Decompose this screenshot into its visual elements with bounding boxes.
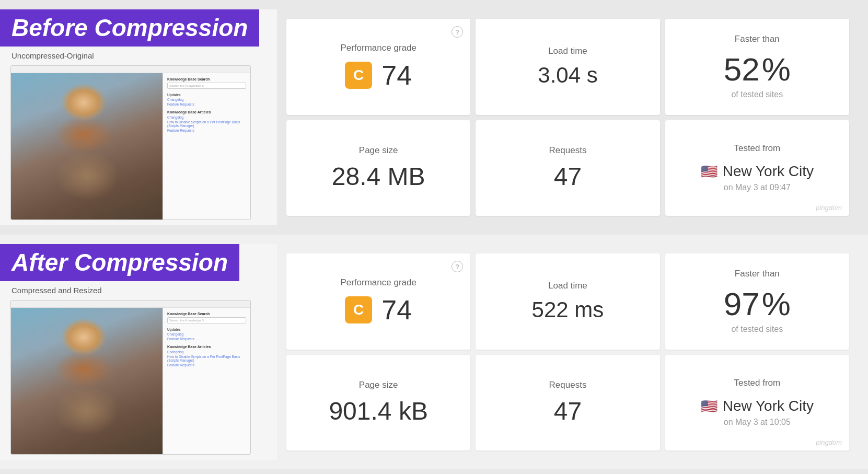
before-requests-label: Requests — [549, 145, 587, 156]
before-tested-from-card: Tested from 🇺🇸 New York City on May 3 at… — [665, 120, 849, 216]
before-tested-label: Tested from — [734, 143, 780, 154]
after-tested-from-card: Tested from 🇺🇸 New York City on May 3 at… — [665, 355, 849, 451]
after-label-text: After Compression — [11, 249, 228, 276]
before-main-image — [11, 73, 163, 219]
before-faster-than-card: Faster than 52 % of tested sites — [665, 19, 849, 115]
before-sidebar-updates-title: Updates — [167, 93, 246, 97]
before-section-content: Before Compression Uncompressed-Original… — [0, 0, 868, 235]
after-sidebar-search: Search the Knowledge B — [167, 317, 246, 323]
before-performance-help-icon[interactable]: ? — [452, 26, 463, 38]
before-page-size-label: Page size — [359, 145, 398, 156]
before-us-flag-icon: 🇺🇸 — [701, 164, 717, 180]
after-screenshot-panel: After Compression Compressed and Resized… — [0, 244, 277, 460]
before-grade-badge: C — [345, 62, 372, 89]
after-page-size-card: Page size 901.4 kB — [286, 355, 470, 451]
after-sidebar-feature: Feature Requests — [167, 337, 246, 341]
after-sub-label: Compressed and Resized — [10, 286, 267, 295]
after-requests-card: Requests 47 — [476, 355, 659, 451]
before-sub-label: Uncompressed-Original — [10, 51, 267, 60]
after-browser-body: Knowledge Base Search Search the Knowled… — [11, 308, 250, 454]
after-sidebar-kb-articles-title: Knowledge Base Articles — [167, 345, 246, 349]
before-sidebar-feature: Feature Requests — [167, 102, 246, 106]
after-load-time-value: 522 ms — [532, 297, 604, 322]
before-sidebar-changelog: Changelog — [167, 98, 246, 101]
after-performance-help-icon[interactable]: ? — [452, 261, 463, 272]
after-faster-sub: of tested sites — [731, 325, 783, 334]
after-browser-bar — [11, 300, 250, 308]
before-child-photo — [11, 73, 163, 219]
after-sidebar-kb-search-title: Knowledge Base Search — [167, 312, 246, 316]
before-faster-value: 52 — [724, 53, 760, 86]
before-kb-link-3: Feature Requests — [167, 129, 246, 132]
before-sidebar-search: Search the Knowledge B — [167, 83, 246, 89]
before-grade-container: C 74 — [345, 60, 412, 91]
before-faster-label: Faster than — [735, 34, 780, 44]
before-mock-sidebar: Knowledge Base Search Search the Knowled… — [163, 73, 250, 219]
after-main-image — [11, 308, 163, 454]
before-kb-link-2: How to Disable Scripts on a Per PostPage… — [167, 120, 246, 128]
after-kb-link-3: Feature Requests — [167, 363, 246, 367]
after-performance-label: Performance grade — [340, 278, 416, 288]
after-kb-link-1: Changelog — [167, 350, 246, 354]
before-metrics-grid: ? Performance grade C 74 Load time 3.04 … — [277, 9, 859, 225]
before-faster-sub: of tested sites — [731, 90, 783, 99]
before-grade-number: 74 — [381, 60, 412, 91]
before-pingdom-watermark: pingdom — [816, 204, 842, 212]
before-requests-card: Requests 47 — [476, 120, 659, 216]
after-load-time-label: Load time — [548, 281, 587, 291]
after-label: After Compression — [0, 244, 239, 281]
after-sidebar-changelog: Changelog — [167, 332, 246, 336]
after-child-photo — [11, 308, 163, 454]
before-tested-city: 🇺🇸 New York City — [701, 163, 814, 180]
before-label: Before Compression — [0, 9, 259, 47]
before-mock-browser: Knowledge Base Search Search the Knowled… — [10, 65, 251, 220]
after-metrics-grid: ? Performance grade C 74 Load time 522 m… — [277, 244, 859, 460]
after-section-content: After Compression Compressed and Resized… — [0, 235, 868, 469]
before-faster-percent: % — [762, 51, 791, 88]
before-load-time-value: 3.04 s — [538, 63, 597, 88]
after-pingdom-watermark: pingdom — [816, 438, 842, 446]
before-browser-bar — [11, 66, 250, 73]
after-kb-link-2: How to Disable Scripts on a Per PostPage… — [167, 355, 246, 362]
after-requests-value: 47 — [554, 397, 582, 425]
after-mock-sidebar: Knowledge Base Search Search the Knowled… — [163, 308, 250, 454]
after-faster-percent: % — [762, 285, 791, 322]
before-load-time-card: Load time 3.04 s — [476, 19, 659, 115]
after-faster-value: 97 — [724, 288, 760, 320]
before-page-size-card: Page size 28.4 MB — [286, 120, 470, 216]
before-sidebar-kb-articles-title: Knowledge Base Articles — [167, 110, 246, 114]
before-screenshot-panel: Before Compression Uncompressed-Original… — [0, 9, 277, 225]
before-section: Before Compression Uncompressed-Original… — [0, 0, 868, 235]
after-page-size-label: Page size — [359, 380, 398, 390]
before-load-time-label: Load time — [548, 46, 587, 56]
before-tested-date: on May 3 at 09:47 — [724, 183, 791, 192]
before-label-text: Before Compression — [11, 14, 248, 41]
after-faster-label: Faster than — [735, 269, 780, 279]
after-load-time-card: Load time 522 ms — [476, 253, 659, 350]
after-requests-label: Requests — [549, 380, 587, 390]
before-sidebar-kb-search-title: Knowledge Base Search — [167, 77, 246, 81]
before-requests-value: 47 — [554, 162, 582, 191]
before-performance-card: ? Performance grade C 74 — [286, 19, 470, 115]
after-us-flag-icon: 🇺🇸 — [701, 398, 717, 414]
after-tested-city: 🇺🇸 New York City — [701, 398, 814, 414]
after-faster-than-card: Faster than 97 % of tested sites — [665, 253, 849, 350]
before-performance-label: Performance grade — [340, 43, 416, 53]
after-section: After Compression Compressed and Resized… — [0, 235, 868, 469]
after-sidebar-updates-title: Updates — [167, 328, 246, 331]
after-tested-label: Tested from — [734, 378, 780, 388]
after-mock-browser: Knowledge Base Search Search the Knowled… — [10, 300, 251, 455]
before-page-size-value: 28.4 MB — [332, 162, 425, 191]
after-page-size-value: 901.4 kB — [329, 397, 427, 425]
before-browser-body: Knowledge Base Search Search the Knowled… — [11, 73, 250, 219]
before-kb-link-1: Changelog — [167, 115, 246, 119]
after-grade-container: C 74 — [345, 294, 412, 326]
after-tested-date: on May 3 at 10:05 — [724, 418, 791, 427]
after-grade-number: 74 — [381, 294, 412, 326]
after-grade-badge: C — [345, 296, 372, 323]
after-performance-card: ? Performance grade C 74 — [286, 253, 470, 350]
